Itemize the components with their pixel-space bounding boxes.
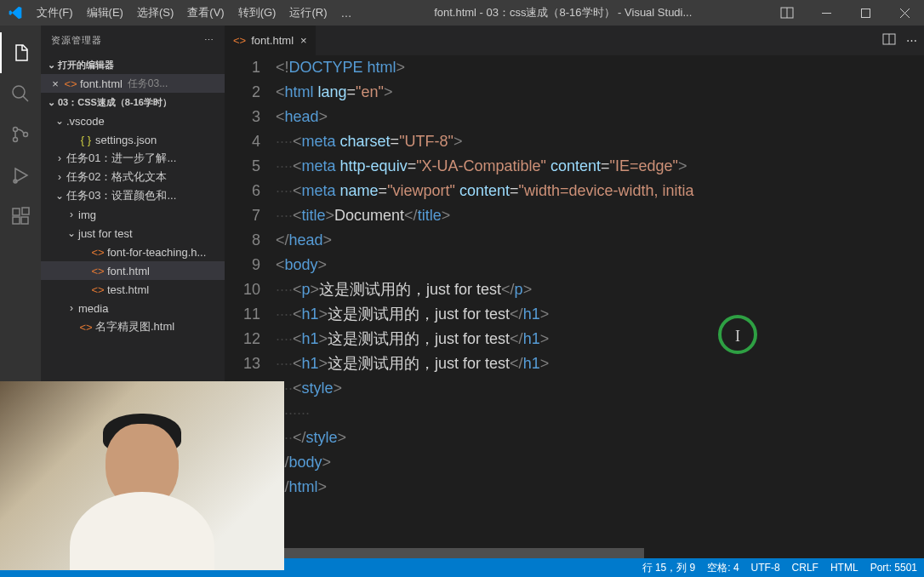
status-spaces[interactable]: 空格: 4 (707, 561, 739, 575)
status-port[interactable]: Port: 5501 (870, 562, 917, 574)
folder-header[interactable]: ⌄03：CSS速成（8-16学时） (41, 93, 225, 111)
vscode-logo (0, 6, 30, 20)
json-file-icon: { } (78, 134, 94, 146)
extensions-icon[interactable] (0, 196, 41, 237)
webcam-person (70, 408, 214, 570)
tree-file[interactable]: <>font.html (41, 261, 225, 280)
title-bar: 文件(F)编辑(E)选择(S)查看(V)转到(G)运行(R)… font.htm… (0, 0, 924, 26)
html-file-icon: <> (90, 246, 106, 259)
chevron-right-icon: › (53, 171, 66, 183)
tree-folder[interactable]: ⌄任务03：设置颜色和... (41, 186, 225, 205)
item-label: just for test (78, 227, 133, 240)
tree-folder[interactable]: ›media (41, 299, 225, 317)
code-editor[interactable]: 123456789101112131415161718 <!DOCTYPE ht… (225, 55, 924, 548)
item-label: font-for-teaching.h... (107, 246, 206, 259)
html-file-icon: <> (233, 34, 246, 47)
run-debug-icon[interactable] (0, 155, 41, 196)
svg-rect-13 (13, 217, 20, 224)
tree-folder[interactable]: ›任务02：格式化文本 (41, 168, 225, 186)
item-label: media (78, 302, 108, 315)
item-label: 任务02：格式化文本 (66, 169, 167, 185)
menu-item[interactable]: 选择(S) (130, 0, 180, 26)
svg-line-7 (23, 96, 28, 101)
item-label: img (78, 209, 96, 221)
maximize-button[interactable] (846, 0, 885, 26)
svg-rect-12 (13, 209, 20, 215)
open-editors-header[interactable]: ⌄打开的编辑器 (41, 55, 225, 74)
chevron-right-icon: › (53, 152, 66, 164)
status-eol[interactable]: CRLF (792, 562, 818, 574)
html-file-icon: <> (78, 321, 94, 334)
tree-folder[interactable]: ⌄just for test (41, 224, 225, 243)
menu-item[interactable]: 文件(F) (30, 0, 80, 26)
menu-item[interactable]: 转到(G) (231, 0, 283, 26)
chevron-down-icon: ⌄ (65, 227, 78, 239)
item-label: 任务03：设置颜色和... (66, 188, 176, 203)
svg-rect-3 (861, 9, 870, 17)
svg-rect-2 (822, 13, 831, 14)
item-label: test.html (107, 283, 149, 296)
html-file-icon: <> (90, 265, 106, 277)
file-hint: 任务03... (128, 77, 168, 91)
editor-area: <> font.html × ⋯ 12345678910111213141516… (225, 26, 924, 558)
status-line-col[interactable]: 行 15，列 9 (642, 561, 696, 575)
menu-item[interactable]: 编辑(E) (80, 0, 130, 26)
open-editor-item[interactable]: ×<>font.html任务03... (41, 74, 225, 93)
item-label: font.html (107, 265, 150, 277)
chevron-down-icon: ⌄ (53, 190, 66, 202)
item-label: 任务01：进一步了解... (66, 151, 176, 166)
tree-folder[interactable]: ›img (41, 205, 225, 224)
folder-label: 03：CSS速成（8-16学时） (58, 96, 172, 109)
svg-point-8 (14, 128, 18, 132)
tab-label: font.html (251, 34, 294, 47)
sidebar-title: 资源管理器 (51, 34, 102, 47)
window-title: font.html - 03：css速成（8-16学时） - Visual St… (358, 5, 767, 20)
item-label: 名字精灵图.html (95, 319, 174, 334)
html-file-icon: <> (90, 283, 106, 296)
open-editors-label: 打开的编辑器 (58, 59, 114, 71)
svg-rect-14 (21, 217, 28, 224)
tree-file[interactable]: <>test.html (41, 280, 225, 299)
chevron-down-icon: ⌄ (53, 115, 66, 127)
tree-file[interactable]: { }settings.json (41, 130, 225, 149)
tab-close-icon[interactable]: × (300, 34, 307, 47)
tree-folder[interactable]: ›任务01：进一步了解... (41, 149, 225, 168)
svg-point-9 (14, 138, 18, 142)
search-icon[interactable] (0, 73, 41, 114)
sidebar-header: 资源管理器 ⋯ (41, 26, 225, 55)
layout-icon[interactable] (767, 0, 807, 26)
file-name: font.html (80, 77, 123, 90)
html-file-icon: <> (63, 77, 78, 90)
webcam-overlay (0, 381, 284, 570)
tree-file[interactable]: <>font-for-teaching.h... (41, 243, 225, 261)
svg-point-6 (13, 86, 25, 98)
menu-bar: 文件(F)编辑(E)选择(S)查看(V)转到(G)运行(R)… (30, 0, 358, 26)
item-label: .vscode (66, 115, 105, 128)
close-icon[interactable]: × (48, 77, 63, 90)
item-label: settings.json (95, 134, 157, 146)
editor-tabs: <> font.html × ⋯ (225, 26, 924, 55)
close-button[interactable] (885, 0, 924, 26)
window-controls (767, 0, 924, 26)
code-content[interactable]: <!DOCTYPE html><html lang="en"><head>···… (276, 55, 924, 548)
editor-more-icon[interactable]: ⋯ (906, 34, 917, 47)
explorer-icon[interactable] (0, 32, 41, 73)
menu-item[interactable]: 查看(V) (180, 0, 231, 26)
horizontal-scrollbar[interactable] (225, 548, 924, 558)
sidebar-more-icon[interactable]: ⋯ (204, 35, 214, 46)
chevron-right-icon: › (65, 209, 78, 220)
split-editor-icon[interactable] (882, 32, 896, 49)
chevron-right-icon: › (65, 302, 78, 314)
status-encoding[interactable]: UTF-8 (751, 562, 780, 574)
tab-font-html[interactable]: <> font.html × (225, 26, 317, 55)
tree-file[interactable]: <>名字精灵图.html (41, 317, 225, 336)
tree-folder[interactable]: ⌄.vscode (41, 111, 225, 130)
menu-item[interactable]: 运行(R) (282, 0, 334, 26)
status-language[interactable]: HTML (830, 562, 858, 574)
minimize-button[interactable] (807, 0, 846, 26)
source-control-icon[interactable] (0, 114, 41, 155)
svg-rect-15 (22, 208, 29, 214)
menu-item[interactable]: … (334, 0, 358, 26)
